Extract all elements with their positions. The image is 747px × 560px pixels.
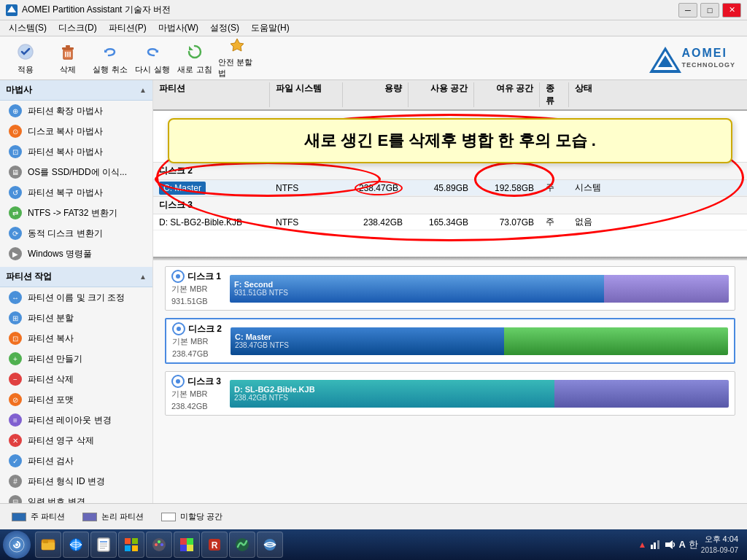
menu-settings[interactable]: 설정(S) [204, 20, 245, 36]
sidebar-item-permanent-delete[interactable]: ✕ 파티션 영구 삭제 [0, 430, 152, 451]
undo-icon [100, 42, 120, 62]
sidebar-item-partition-expand[interactable]: ⊕ 파티션 확장 마법사 [0, 101, 152, 121]
svg-point-38 [155, 543, 158, 546]
partition-chevron: ▲ [139, 273, 147, 281]
menu-wizard[interactable]: 마법사(W) [152, 20, 204, 36]
safe-split-button[interactable]: 안전 분할법 [217, 39, 257, 77]
cmd-icon: ▶ [9, 247, 22, 260]
disk2-bar-area: C: Master 238.47GB NTFS [231, 327, 728, 355]
col-unused: 여유 공간 [474, 82, 540, 107]
table-row[interactable]: D: SL-BG2-Bible.KJB NTFS 238.42GB 165.34… [153, 214, 747, 230]
partition-type: 주 [540, 216, 569, 228]
disk2-visual-row[interactable]: 디스크 2 기본 MBR 238.47GB C: Master 238.47GB… [165, 318, 735, 364]
tray-letter-a: A [678, 539, 685, 550]
partition-status: 없음 [569, 216, 613, 228]
taskbar-ie[interactable] [63, 532, 89, 558]
table-scroll: 새로 생긴 E를 삭제후 병합 한 후의 모습 . 디스크 2 C: Maste… [153, 111, 747, 257]
menu-help[interactable]: 도움말(H) [245, 20, 295, 36]
delete-button[interactable]: 삭제 [48, 39, 88, 77]
col-used: 사용 공간 [409, 82, 474, 107]
svg-rect-44 [187, 545, 193, 551]
taskbar-game[interactable] [146, 532, 172, 558]
wizard-section-header[interactable]: 마법사 ▲ [0, 80, 152, 101]
sidebar-item-ntfs-fat32[interactable]: ⇄ NTFS -> FAT32 변환기 [0, 203, 152, 223]
split-icon: ⊞ [9, 311, 22, 324]
svg-point-40 [158, 540, 160, 543]
perm-delete-icon: ✕ [9, 434, 22, 447]
taskbar-app2[interactable]: R [201, 532, 228, 558]
sidebar-item-partition-copy[interactable]: ⊡ 파티션 복사 마법사 [0, 141, 152, 162]
check-icon: ✓ [9, 454, 22, 467]
menu-system[interactable]: 시스템(S) [3, 20, 53, 36]
sidebar-item-change-id[interactable]: # 파티션 형식 ID 변경 [0, 471, 152, 491]
svg-point-15 [176, 274, 180, 279]
maximize-button[interactable]: □ [700, 3, 719, 18]
partition-section: 파티션 작업 ▲ ↔ 파티션 이름 및 크기 조정 ⊞ 파티션 분할 ⊡ 파티션… [0, 267, 152, 503]
sidebar-item-serial[interactable]: ⊟ 일련 번호 변경 [0, 491, 152, 503]
partition-capacity: 238.47GB [343, 183, 409, 193]
refresh-button[interactable]: 새로 고침 [175, 39, 214, 77]
disk3-visual-row[interactable]: 디스크 3 기본 MBR 238.42GB D: SL-BG2-Bible.KJ… [165, 371, 735, 416]
partition-copy-icon: ⊡ [9, 145, 22, 158]
svg-rect-52 [657, 540, 659, 549]
sidebar-item-delete[interactable]: − 파티션 삭제 [0, 369, 152, 389]
safe-split-icon [227, 37, 247, 55]
table-row[interactable]: C: Master NTFS 238.47GB 45.89GB 192.58GB… [153, 180, 747, 196]
sidebar-item-format[interactable]: ⊘ 파티션 포맷 [0, 389, 152, 410]
legend-primary: 주 파티션 [12, 511, 65, 522]
redo-button[interactable]: 다시 실행 [133, 39, 172, 77]
taskbar-network[interactable] [257, 532, 283, 558]
taskbar-explorer[interactable] [35, 532, 61, 558]
svg-rect-23 [42, 542, 55, 550]
sidebar-item-cmd[interactable]: ▶ Windows 명령풀 [0, 244, 152, 264]
legend: 주 파티션 논리 파티션 미할당 공간 [0, 503, 747, 529]
sidebar-item-create[interactable]: + 파티션 만들기 [0, 349, 152, 369]
partition-name: C: Master [153, 183, 270, 193]
partition-capacity: 238.42GB [343, 217, 409, 228]
sidebar-item-os-migrate[interactable]: 🖥 OS를 SSD/HDD에 이식... [0, 162, 152, 182]
format-icon: ⊘ [9, 393, 22, 406]
taskbar-file[interactable] [90, 532, 117, 558]
taskbar-app3[interactable] [229, 532, 255, 558]
sidebar-item-check[interactable]: ✓ 파티션 검사 [0, 451, 152, 471]
svg-point-37 [152, 538, 166, 551]
close-button[interactable]: ✕ [722, 3, 741, 18]
aomei-logo-icon [648, 45, 677, 71]
menu-partition[interactable]: 파티션(P) [103, 20, 152, 36]
sidebar-item-partition-restore[interactable]: ↺ 파티션 복구 마법사 [0, 182, 152, 203]
svg-rect-36 [132, 545, 138, 551]
partition-section-header[interactable]: 파티션 작업 ▲ [0, 267, 152, 287]
start-button[interactable] [3, 531, 31, 559]
menu-disk[interactable]: 디스크(D) [53, 20, 103, 36]
undo-button[interactable]: 실행 취소 [90, 39, 130, 77]
app-icon [6, 4, 18, 16]
partition-expand-icon: ⊕ [9, 104, 22, 117]
serial-icon: ⊟ [9, 495, 22, 503]
taskbar-color[interactable] [174, 532, 200, 558]
svg-rect-7 [66, 45, 70, 47]
svg-rect-51 [654, 542, 656, 549]
sidebar-item-copy[interactable]: ⊡ 파티션 복사 [0, 328, 152, 349]
resize-icon: ↔ [9, 291, 22, 304]
taskbar-win[interactable] [118, 532, 144, 558]
create-icon: + [9, 352, 22, 365]
partition-unused: 192.58GB [474, 183, 540, 193]
apply-button[interactable]: 적용 [6, 39, 45, 77]
os-migrate-icon: 🖥 [9, 166, 22, 179]
wizard-section: 마법사 ▲ ⊕ 파티션 확장 마법사 ⊙ 디스코 복사 마법사 ⊡ 파티션 복사… [0, 80, 152, 264]
content-area: 파티션 파일 시스템 용량 사용 공간 여유 공간 종류 상태 새로 생긴 E를… [153, 80, 747, 503]
sidebar-item-change-layout[interactable]: ≡ 파티션 레이아웃 변경 [0, 410, 152, 430]
disk1-visual-row[interactable]: 디스크 1 기본 MBR 931.51GB F: Second 931.51GB… [165, 266, 735, 311]
sidebar-item-disk-copy[interactable]: ⊙ 디스코 복사 마법사 [0, 121, 152, 141]
sidebar-item-split[interactable]: ⊞ 파티션 분할 [0, 308, 152, 328]
sidebar-item-dynamic-disk[interactable]: ⟳ 동적 디스크 변환기 [0, 223, 152, 244]
minimize-button[interactable]: ─ [678, 3, 697, 18]
aomei-logo: AOMEI TECHNOLOGY [648, 45, 735, 71]
disk2-bar: C: Master 238.47GB NTFS [231, 327, 728, 355]
menu-bar: 시스템(S) 디스크(D) 파티션(P) 마법사(W) 설정(S) 도움말(H) [0, 20, 747, 36]
svg-rect-34 [132, 538, 138, 544]
col-filesystem: 파일 시스템 [270, 82, 343, 107]
taskbar-clock[interactable]: 오후 4:04 2018-09-07 [701, 534, 738, 555]
disk1-info: 디스크 1 기본 MBR 931.51GB [171, 270, 230, 307]
sidebar-item-resize[interactable]: ↔ 파티션 이름 및 크기 조정 [0, 287, 152, 308]
